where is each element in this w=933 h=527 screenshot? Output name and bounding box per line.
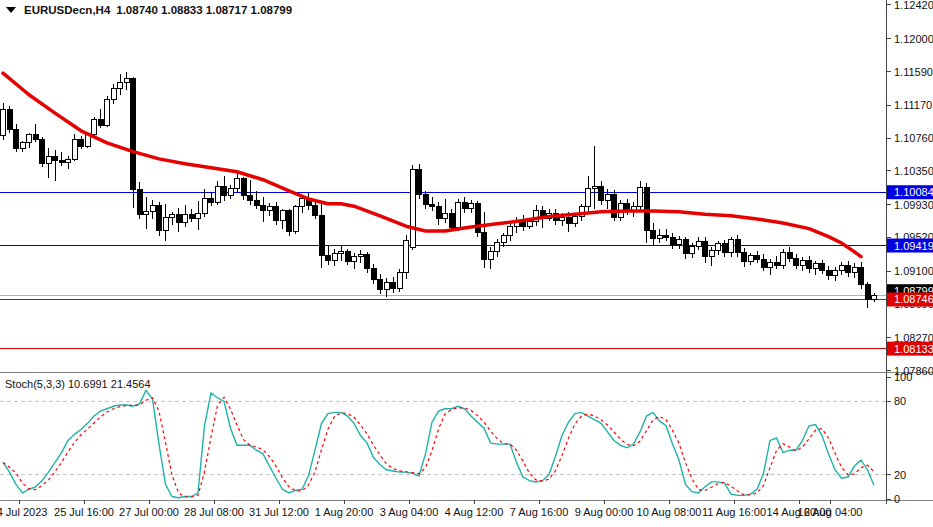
candle-bullish — [163, 217, 168, 230]
symbol-marker-icon — [6, 7, 16, 13]
chart-window: EURUSDecn,H4 1.08740 1.08833 1.08717 1.0… — [0, 0, 933, 527]
chart-ohlc-title: EURUSDecn,H4 1.08740 1.08833 1.08717 1.0… — [6, 4, 292, 16]
candle-bullish — [716, 244, 721, 250]
level-price-label: 1.08746 — [894, 293, 933, 305]
time-axis-label: 9 Aug 00:00 — [575, 506, 634, 518]
candle-bullish — [111, 88, 116, 99]
candle-bearish — [417, 169, 422, 195]
price-tick-label: 1.10350 — [894, 165, 933, 177]
candle-bearish — [378, 279, 383, 289]
candle-bearish — [599, 187, 604, 201]
candle-bearish — [261, 205, 266, 210]
candle-bearish — [826, 270, 831, 276]
candle-bearish — [787, 253, 792, 259]
price-tick-label: 1.12000 — [894, 33, 933, 45]
candle-bearish — [40, 140, 45, 164]
candle-bearish — [209, 198, 214, 203]
candle-bullish — [443, 213, 448, 219]
candle-bullish — [488, 251, 493, 259]
candle-bullish — [872, 295, 877, 300]
candle-bearish — [462, 202, 467, 208]
candle-bearish — [475, 204, 480, 233]
candle-bearish — [14, 129, 19, 148]
candle-bullish — [46, 156, 51, 163]
time-axis-label: 16 Aug 04:00 — [798, 506, 863, 518]
candle-bullish — [397, 273, 402, 289]
candle-bearish — [794, 258, 799, 265]
candle-bearish — [612, 194, 617, 217]
symbol-timeframe-label: EURUSDecn,H4 — [24, 4, 110, 16]
candle-bearish — [859, 267, 864, 285]
candle-bearish — [664, 235, 669, 237]
candle-bullish — [573, 217, 578, 223]
candle-bullish — [293, 207, 298, 231]
candle-bearish — [722, 244, 727, 253]
time-axis-label: 11 Aug 16:00 — [702, 506, 766, 518]
price-tick-label: 1.09100 — [894, 265, 933, 277]
candle-bullish — [768, 262, 773, 267]
candle-bullish — [202, 198, 207, 213]
candle-bullish — [527, 221, 532, 226]
price-tick-label: 1.09930 — [894, 199, 933, 211]
candle-bullish — [852, 267, 857, 273]
candle-bullish — [72, 140, 77, 160]
candle-bearish — [371, 269, 376, 279]
candle-bullish — [118, 83, 123, 89]
candle-bullish — [657, 235, 662, 238]
candle-bullish — [384, 282, 389, 289]
stochastic-indicator-label: Stoch(5,3,3) 10.6991 21.4564 — [5, 378, 151, 390]
candle-bullish — [183, 215, 188, 222]
candle-bullish — [833, 270, 838, 276]
candle-bearish — [430, 205, 435, 207]
candle-bearish — [846, 265, 851, 272]
time-axis-label: 1 Aug 20:00 — [315, 506, 374, 518]
candle-bearish — [79, 140, 84, 146]
candle-bearish — [436, 207, 441, 219]
candle-bearish — [254, 201, 259, 206]
candle-bullish — [839, 265, 844, 270]
candle-bearish — [865, 285, 870, 300]
candle-bullish — [469, 204, 474, 209]
candle-bearish — [807, 261, 812, 269]
candle-bullish — [501, 236, 506, 242]
candle-bearish — [820, 264, 825, 270]
candle-bullish — [800, 261, 805, 266]
candle-bearish — [326, 255, 331, 261]
candle-bullish — [592, 187, 597, 189]
candle-bearish — [423, 195, 428, 205]
candle-bullish — [196, 213, 201, 218]
time-axis-label: 10 Aug 08:00 — [637, 506, 702, 518]
candle-bearish — [761, 259, 766, 267]
time-axis-label: 27 Jul 00:00 — [119, 506, 179, 518]
candle-bullish — [124, 79, 129, 83]
candle-bullish — [267, 207, 272, 210]
price-tick-label: 1.11590 — [894, 66, 933, 78]
candle-bullish — [27, 135, 32, 143]
candle-bearish — [189, 215, 194, 218]
candle-bearish — [53, 156, 58, 160]
candle-bullish — [605, 194, 610, 200]
candle-bearish — [176, 215, 181, 222]
time-axis-label: 24 Jul 2023 — [0, 506, 47, 518]
candle-bullish — [280, 211, 285, 221]
candle-bullish — [170, 215, 175, 217]
candle-bullish — [560, 217, 565, 220]
time-axis-label: 4 Aug 12:00 — [445, 506, 504, 518]
chart-canvas[interactable]: 1.124201.120001.115901.111701.107601.103… — [0, 0, 933, 527]
candle-bearish — [241, 179, 246, 196]
candle-bearish — [735, 240, 740, 253]
candle-bearish — [7, 110, 12, 129]
candle-bullish — [228, 189, 233, 196]
stoch-tick-label: 80 — [894, 395, 906, 407]
stochastic-k-line — [3, 390, 874, 497]
candle-bearish — [651, 230, 656, 238]
price-tick-label: 1.11170 — [894, 99, 932, 111]
candle-bullish — [709, 250, 714, 256]
candle-bearish — [131, 79, 136, 190]
candle-bearish — [222, 186, 227, 196]
candle-bearish — [391, 282, 396, 288]
candle-bearish — [482, 233, 487, 259]
candle-bearish — [683, 240, 688, 254]
candle-bearish — [274, 207, 279, 221]
candle-bullish — [677, 240, 682, 245]
